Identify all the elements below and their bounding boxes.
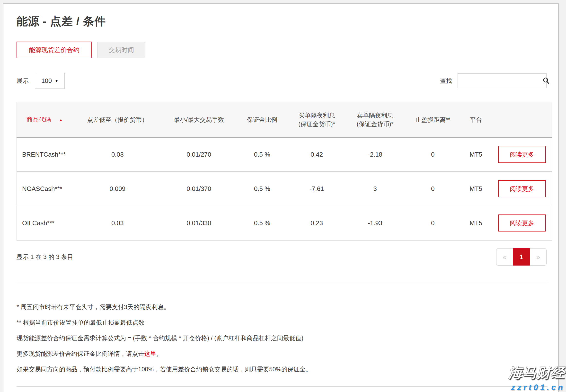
tab-energy-spot-cfd[interactable]: 能源现货差价合约: [16, 42, 92, 58]
column-header-swap-short[interactable]: 卖单隔夜利息 (保证金货币)*: [345, 102, 406, 137]
column-header-stop-distance[interactable]: 止盈损距离**: [406, 102, 460, 137]
page-size-select[interactable]: 100 ▼: [35, 73, 65, 89]
tab-bar: 能源现货差价合约 交易时间: [16, 42, 558, 58]
here-link[interactable]: 这里: [144, 350, 156, 357]
pagination: « 1 »: [496, 248, 547, 266]
cell-stop-distance: 0: [406, 206, 460, 240]
cell-symbol: BRENTCash***: [17, 137, 73, 172]
cell-swap-long: -7.61: [289, 172, 345, 206]
show-label: 展示: [16, 77, 29, 85]
section-divider: [16, 282, 548, 282]
cell-spread: 0.009: [72, 172, 162, 206]
cell-lots: 0.01/370: [162, 172, 235, 206]
table-summary: 显示 1 在 3 的 3 条目: [16, 253, 73, 261]
pagination-page-1-button[interactable]: 1: [513, 248, 530, 266]
footnote-margin-formula: 现货能源差价合约保证金需求计算公式为 = (手数 * 合约规模 * 开仓价格) …: [16, 334, 558, 342]
table-row-oilcash: OILCash*** 0.03 0.01/330 0.5 % 0.23 -1.9…: [17, 206, 552, 240]
column-header-symbol[interactable]: 商品代码▲: [17, 102, 73, 137]
column-header-actions: [492, 102, 552, 137]
cell-symbol: OILCash***: [17, 206, 73, 240]
header-row: 商品代码▲ 点差低至（报价货币） 最小/最大交易手数 保证金比例 买单隔夜利息 …: [17, 102, 552, 137]
bottom-divider: [16, 386, 548, 387]
search-box: [457, 73, 547, 88]
page-size-group: 展示 100 ▼: [16, 73, 65, 89]
cell-spread: 0.03: [72, 137, 162, 172]
search-input[interactable]: [458, 74, 542, 88]
margin-note-suffix: 。: [156, 350, 162, 357]
cell-lots: 0.01/330: [162, 206, 235, 240]
margin-note-prefix: 更多现货能源差价合约保证金比例详情，请点击: [16, 350, 144, 357]
table-controls: 展示 100 ▼ 查找: [16, 73, 547, 89]
search-group: 查找: [440, 73, 547, 88]
cell-platform: MT5: [460, 206, 492, 240]
swap-long-line1: 买单隔夜利息: [299, 112, 335, 119]
table-row-ngascash: NGASCash*** 0.009 0.01/370 0.5 % -7.61 3…: [17, 172, 552, 206]
search-icon[interactable]: [542, 77, 550, 84]
swap-long-line2: (保证金货币)*: [298, 121, 335, 127]
cell-swap-short: -2.18: [345, 137, 406, 172]
cell-margin: 0.5 %: [235, 137, 289, 172]
pagination-row: 显示 1 在 3 的 3 条目 « 1 »: [16, 248, 547, 266]
cell-platform: MT5: [460, 172, 492, 206]
cell-margin: 0.5 %: [235, 172, 289, 206]
cell-spread: 0.03: [72, 206, 162, 240]
footnote-stop-levels: ** 根据当前市价设置挂单的最低止损盈最低点数: [16, 318, 558, 327]
chevron-down-icon: ▼: [55, 79, 58, 83]
column-header-lots[interactable]: 最小/最大交易手数: [162, 102, 235, 137]
cell-swap-long: 0.42: [289, 137, 345, 172]
column-header-margin[interactable]: 保证金比例: [235, 102, 289, 137]
pagination-prev-button[interactable]: «: [496, 248, 513, 266]
content-container: 能源 - 点差 / 条件 能源现货差价合约 交易时间 展示 100 ▼ 查找: [3, 3, 559, 392]
swap-short-line1: 卖单隔夜利息: [357, 112, 393, 119]
search-label: 查找: [440, 77, 452, 85]
cell-platform: MT5: [460, 137, 492, 172]
read-more-button[interactable]: 阅读更多: [498, 146, 546, 163]
pagination-next-button[interactable]: »: [530, 248, 547, 266]
column-header-platform[interactable]: 平台: [460, 102, 492, 137]
cell-swap-short: 3: [345, 172, 406, 206]
cell-lots: 0.01/270: [162, 137, 235, 172]
footnotes: * 周五闭市时若有未平仓头寸，需要支付3天的隔夜利息。 ** 根据当前市价设置挂…: [16, 303, 558, 373]
column-header-symbol-label: 商品代码: [27, 116, 51, 123]
column-header-spread[interactable]: 点差低至（报价货币）: [72, 102, 162, 137]
table-row-brentcash: BRENTCash*** 0.03 0.01/270 0.5 % 0.42 -2…: [17, 137, 552, 172]
column-header-swap-long[interactable]: 买单隔夜利息 (保证金货币)*: [289, 102, 345, 137]
cell-swap-short: -1.93: [345, 206, 406, 240]
cell-swap-long: 0.23: [289, 206, 345, 240]
footnote-hedged-margin: 如果交易同方向的商品，预付款比例需要高于100%，若使用差价合约锁仓交易的话，则…: [16, 365, 558, 373]
sort-asc-icon: ▲: [59, 118, 63, 122]
tab-trading-hours[interactable]: 交易时间: [97, 42, 145, 58]
read-more-button[interactable]: 阅读更多: [498, 180, 546, 197]
footnote-margin-details: 更多现货能源差价合约保证金比例详情，请点击这里。: [16, 350, 558, 358]
swap-short-line2: (保证金货币)*: [357, 121, 393, 127]
cell-margin: 0.5 %: [235, 206, 289, 240]
cell-symbol: NGASCash***: [17, 172, 73, 206]
page-title: 能源 - 点差 / 条件: [16, 14, 558, 29]
conditions-table: 商品代码▲ 点差低至（报价货币） 最小/最大交易手数 保证金比例 买单隔夜利息 …: [16, 102, 552, 240]
page-size-value: 100: [41, 77, 52, 85]
footnote-weekend-swap: * 周五闭市时若有未平仓头寸，需要支付3天的隔夜利息。: [16, 303, 558, 311]
cell-stop-distance: 0: [406, 172, 460, 206]
cell-stop-distance: 0: [406, 137, 460, 172]
read-more-button[interactable]: 阅读更多: [498, 214, 546, 232]
